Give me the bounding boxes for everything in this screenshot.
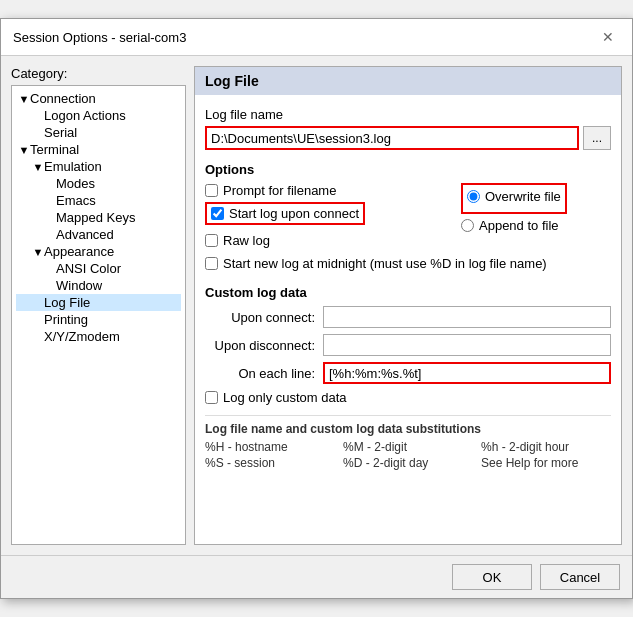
- sidebar-item-label: Printing: [44, 312, 88, 327]
- on-each-line-row: On each line:: [205, 362, 611, 384]
- overwrite-file-radio[interactable]: [467, 190, 480, 203]
- sidebar-item-log-file[interactable]: Log File: [16, 294, 181, 311]
- upon-connect-input[interactable]: [323, 306, 611, 328]
- sidebar-item-advanced[interactable]: Advanced: [16, 226, 181, 243]
- options-row: Prompt for filename Start log upon conne…: [205, 183, 611, 252]
- options-left: Prompt for filename Start log upon conne…: [205, 183, 441, 252]
- log-only-custom-label: Log only custom data: [223, 390, 347, 405]
- tree-expander-icon: ▼: [18, 144, 30, 156]
- substitutions-title: Log file name and custom log data substi…: [205, 422, 611, 436]
- raw-log-checkbox[interactable]: [205, 234, 218, 247]
- start-log-label: Start log upon connect: [229, 206, 359, 221]
- sidebar-item-label: Emulation: [44, 159, 102, 174]
- start-new-log-row: Start new log at midnight (must use %D i…: [205, 256, 611, 271]
- category-tree[interactable]: ▼ConnectionLogon ActionsSerial▼Terminal▼…: [11, 85, 186, 545]
- sidebar-item-label: Modes: [56, 176, 95, 191]
- append-to-file-label: Append to file: [479, 218, 559, 233]
- sidebar-item-label: Window: [56, 278, 102, 293]
- cancel-button[interactable]: Cancel: [540, 564, 620, 590]
- substitution-cell: %M - 2-digit: [343, 440, 473, 454]
- panel-title: Log File: [195, 67, 621, 95]
- log-file-name-label: Log file name: [205, 107, 611, 122]
- sidebar-item-printing[interactable]: Printing: [16, 311, 181, 328]
- tree-expander-icon: ▼: [18, 93, 30, 105]
- options-right: Overwrite file Append to file: [461, 183, 611, 237]
- substitution-cell: %S - session: [205, 456, 335, 470]
- prompt-for-filename-row: Prompt for filename: [205, 183, 441, 198]
- close-button[interactable]: ✕: [596, 27, 620, 47]
- sidebar-item-logon-actions[interactable]: Logon Actions: [16, 107, 181, 124]
- sidebar-item-emacs[interactable]: Emacs: [16, 192, 181, 209]
- sidebar-item-modes[interactable]: Modes: [16, 175, 181, 192]
- tree-expander-icon: ▼: [32, 246, 44, 258]
- on-each-line-label: On each line:: [205, 366, 315, 381]
- log-file-row: ...: [205, 126, 611, 150]
- title-bar: Session Options - serial-com3 ✕: [1, 19, 632, 56]
- start-log-highlighted: Start log upon connect: [205, 202, 441, 229]
- start-log-row: Start log upon connect: [205, 202, 365, 225]
- start-new-log-label: Start new log at midnight (must use %D i…: [223, 256, 547, 271]
- append-to-file-radio[interactable]: [461, 219, 474, 232]
- dialog-footer: OK Cancel: [1, 555, 632, 598]
- sidebar-item-label: Terminal: [30, 142, 79, 157]
- log-only-custom-checkbox[interactable]: [205, 391, 218, 404]
- sidebar-item-label: Log File: [44, 295, 90, 310]
- on-each-line-input[interactable]: [323, 362, 611, 384]
- substitution-cell: See Help for more: [481, 456, 611, 470]
- sidebar-item-ansi-color[interactable]: ANSI Color: [16, 260, 181, 277]
- dialog-body: Category: ▼ConnectionLogon ActionsSerial…: [1, 56, 632, 555]
- sidebar-item-xy-zmodem[interactable]: X/Y/Zmodem: [16, 328, 181, 345]
- sidebar-item-terminal[interactable]: ▼Terminal: [16, 141, 181, 158]
- upon-connect-label: Upon connect:: [205, 310, 315, 325]
- sidebar-item-label: Emacs: [56, 193, 96, 208]
- overwrite-highlighted: Overwrite file: [461, 183, 567, 214]
- sidebar-item-label: Appearance: [44, 244, 114, 259]
- sidebar-item-label: X/Y/Zmodem: [44, 329, 120, 344]
- sidebar-item-label: Connection: [30, 91, 96, 106]
- main-panel: Log File Log file name ... Options Promp…: [194, 66, 622, 545]
- ok-button[interactable]: OK: [452, 564, 532, 590]
- overwrite-file-label: Overwrite file: [485, 189, 561, 204]
- sidebar-item-connection[interactable]: ▼Connection: [16, 90, 181, 107]
- sidebar-item-emulation[interactable]: ▼Emulation: [16, 158, 181, 175]
- options-label: Options: [205, 162, 611, 177]
- sidebar-item-label: Logon Actions: [44, 108, 126, 123]
- substitutions-box: Log file name and custom log data substi…: [205, 415, 611, 470]
- start-new-log-checkbox[interactable]: [205, 257, 218, 270]
- sidebar-item-window[interactable]: Window: [16, 277, 181, 294]
- sidebar-item-label: Advanced: [56, 227, 114, 242]
- substitutions-grid: %H - hostname%M - 2-digit%h - 2-digit ho…: [205, 440, 611, 470]
- session-options-dialog: Session Options - serial-com3 ✕ Category…: [0, 18, 633, 599]
- append-to-file-row: Append to file: [461, 218, 611, 233]
- upon-disconnect-input[interactable]: [323, 334, 611, 356]
- tree-expander-icon: ▼: [32, 161, 44, 173]
- browse-button[interactable]: ...: [583, 126, 611, 150]
- sidebar-item-label: ANSI Color: [56, 261, 121, 276]
- raw-log-row: Raw log: [205, 233, 441, 248]
- sidebar-item-label: Serial: [44, 125, 77, 140]
- sidebar: Category: ▼ConnectionLogon ActionsSerial…: [11, 66, 186, 545]
- sidebar-item-serial[interactable]: Serial: [16, 124, 181, 141]
- prompt-for-filename-checkbox[interactable]: [205, 184, 218, 197]
- overwrite-file-row: Overwrite file: [467, 189, 561, 204]
- prompt-for-filename-label: Prompt for filename: [223, 183, 336, 198]
- sidebar-item-appearance[interactable]: ▼Appearance: [16, 243, 181, 260]
- sidebar-item-mapped-keys[interactable]: Mapped Keys: [16, 209, 181, 226]
- substitution-cell: %h - 2-digit hour: [481, 440, 611, 454]
- category-label: Category:: [11, 66, 186, 81]
- start-log-checkbox[interactable]: [211, 207, 224, 220]
- sidebar-item-label: Mapped Keys: [56, 210, 136, 225]
- log-only-custom-row: Log only custom data: [205, 390, 611, 405]
- substitution-cell: %H - hostname: [205, 440, 335, 454]
- upon-disconnect-label: Upon disconnect:: [205, 338, 315, 353]
- custom-log-label: Custom log data: [205, 285, 611, 300]
- raw-log-label: Raw log: [223, 233, 270, 248]
- upon-disconnect-row: Upon disconnect:: [205, 334, 611, 356]
- upon-connect-row: Upon connect:: [205, 306, 611, 328]
- dialog-title: Session Options - serial-com3: [13, 30, 186, 45]
- substitution-cell: %D - 2-digit day: [343, 456, 473, 470]
- log-file-input[interactable]: [205, 126, 579, 150]
